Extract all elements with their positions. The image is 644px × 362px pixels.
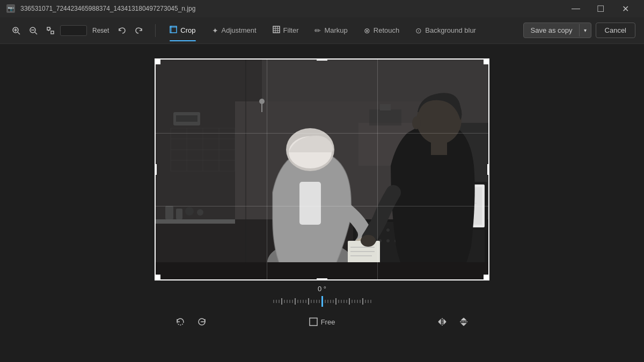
ruler-tick: [343, 300, 345, 303]
adjustment-tab-icon: ✦: [212, 26, 218, 35]
retouch-tab-icon: ⊗: [364, 26, 370, 35]
svg-rect-72: [369, 109, 401, 125]
nav-tabs: Crop ✦ Adjustment Filter ✏ Markup ⊗: [162, 23, 484, 38]
ruler-tick: [370, 300, 371, 303]
photo-svg: Home: [155, 58, 489, 280]
main-canvas-area: Home: [0, 44, 644, 362]
ruler-tick: [316, 300, 317, 303]
ruler-tick: [273, 300, 274, 303]
save-copy-button-group: Save as copy ▾: [523, 23, 591, 38]
svg-point-43: [386, 239, 390, 242]
ruler-tick: [333, 300, 334, 303]
redo-button[interactable]: [131, 23, 147, 38]
auto-straighten-button[interactable]: [193, 313, 210, 330]
title-bar-filename: 336531071_724423465988374_14341318049727…: [20, 5, 195, 12]
filter-tab-icon: [273, 26, 280, 35]
ruler-tick: [330, 300, 331, 303]
zoom-in-button[interactable]: [9, 23, 24, 38]
svg-rect-91: [155, 262, 489, 280]
svg-rect-7: [47, 27, 50, 30]
tab-filter[interactable]: Filter: [265, 23, 306, 38]
image-container[interactable]: Home: [155, 58, 489, 280]
svg-rect-93: [310, 318, 317, 326]
tab-retouch[interactable]: ⊗ Retouch: [356, 23, 407, 38]
photo-canvas: Home: [155, 58, 489, 280]
title-bar-left: 📷 336531071_724423465988374_143413180497…: [6, 4, 195, 13]
ruler-tick: [311, 300, 312, 303]
bottom-right-buttons: [434, 313, 472, 330]
angle-display: 0 °: [318, 285, 326, 293]
tab-background-blur[interactable]: ⊙ Background blur: [408, 23, 484, 38]
svg-line-1: [18, 32, 20, 34]
svg-rect-8: [51, 31, 54, 34]
close-button[interactable]: ✕: [613, 0, 638, 17]
tab-adjustment-label: Adjustment: [222, 26, 257, 34]
free-crop-button[interactable]: Free: [304, 315, 341, 328]
ruler-tick: [357, 300, 358, 303]
ruler-tick: [360, 300, 361, 303]
zoom-controls: 48% Reset: [9, 23, 147, 38]
ruler-tick: [338, 300, 339, 303]
tab-background-blur-label: Background blur: [425, 26, 476, 34]
reset-button[interactable]: Reset: [89, 25, 112, 36]
ruler-tick: [289, 300, 290, 303]
ruler-tick: [313, 300, 314, 303]
minimize-button[interactable]: —: [564, 0, 588, 17]
title-bar: 📷 336531071_724423465988374_143413180497…: [0, 0, 644, 17]
ruler-tick-major: [295, 298, 296, 305]
tab-markup[interactable]: ✏ Markup: [307, 23, 355, 38]
crop-tab-icon: [170, 26, 177, 35]
tab-filter-label: Filter: [283, 26, 299, 34]
ruler-tick: [368, 300, 369, 303]
tab-crop-label: Crop: [180, 26, 195, 34]
ruler-tick-major: [335, 298, 336, 305]
flip-vertical-button[interactable]: [455, 313, 472, 330]
tab-adjustment[interactable]: ✦ Adjustment: [204, 23, 264, 38]
svg-rect-60: [299, 182, 321, 225]
svg-point-30: [386, 228, 390, 232]
ruler-track: [172, 296, 472, 307]
ruler-tick: [279, 300, 280, 303]
ruler-tick: [300, 300, 301, 303]
ruler-tick: [305, 300, 306, 303]
svg-rect-74: [155, 219, 235, 224]
bottom-left-buttons: [172, 313, 210, 330]
tab-markup-label: Markup: [324, 26, 347, 34]
rotation-ruler[interactable]: [172, 296, 472, 307]
ruler-tick: [284, 300, 285, 303]
save-copy-main-button[interactable]: Save as copy: [524, 23, 579, 38]
toolbar-actions: Save as copy ▾ Cancel: [523, 23, 635, 38]
ruler-tick-major: [349, 298, 350, 305]
fit-to-window-button[interactable]: [43, 23, 58, 38]
undo-button[interactable]: [114, 23, 129, 38]
ruler-tick: [303, 300, 304, 303]
svg-point-70: [412, 116, 421, 129]
title-bar-controls: — ☐ ✕: [564, 0, 638, 17]
save-copy-dropdown-button[interactable]: ▾: [579, 24, 591, 36]
markup-tab-icon: ✏: [314, 26, 321, 35]
tab-crop[interactable]: Crop: [162, 23, 203, 38]
maximize-button[interactable]: ☐: [588, 0, 613, 17]
ruler-tick-major: [308, 298, 309, 305]
background-blur-tab-icon: ⊙: [415, 26, 422, 35]
bottom-center-controls: Free: [304, 315, 341, 328]
svg-rect-88: [176, 115, 197, 122]
free-crop-label: Free: [321, 318, 335, 326]
bottom-controls: 0 °: [0, 280, 644, 337]
ruler-tick: [319, 300, 320, 303]
zoom-level-display[interactable]: 48%: [60, 25, 87, 36]
svg-point-71: [361, 235, 376, 247]
app-icon: 📷: [6, 4, 15, 13]
svg-rect-14: [273, 26, 280, 33]
toolbar-divider: [155, 24, 156, 37]
svg-point-77: [185, 207, 194, 216]
svg-rect-75: [165, 206, 173, 219]
reset-rotation-button[interactable]: [172, 313, 189, 330]
zoom-out-button[interactable]: [26, 23, 41, 38]
cancel-button[interactable]: Cancel: [596, 23, 635, 38]
tab-retouch-label: Retouch: [374, 26, 399, 34]
ruler-tick: [276, 300, 277, 303]
svg-rect-73: [380, 104, 391, 110]
ruler-tick: [365, 300, 366, 303]
flip-horizontal-button[interactable]: [434, 313, 451, 330]
